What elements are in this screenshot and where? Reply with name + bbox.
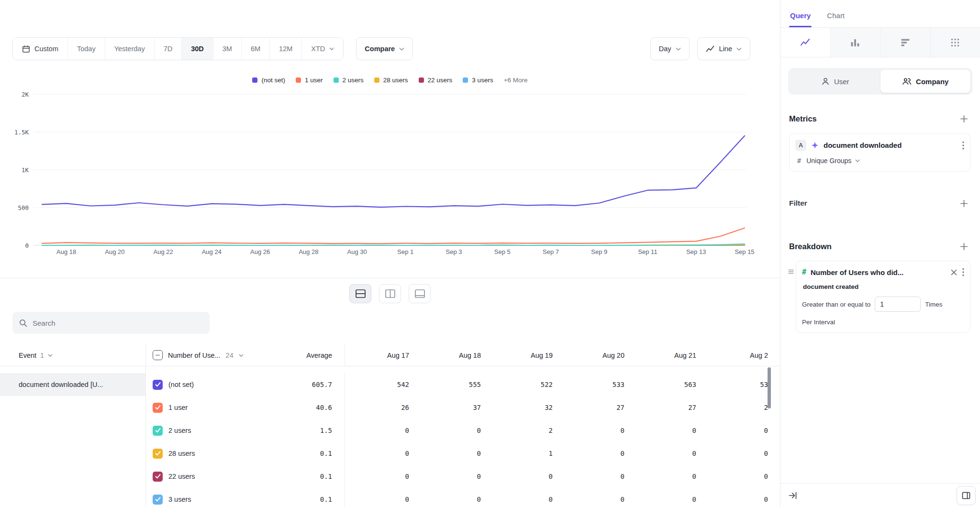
row-label: 3 users (168, 496, 191, 503)
legend-item[interactable]: 1 user (296, 77, 323, 84)
legend-item[interactable]: (not set) (252, 77, 285, 84)
layout-chart-focus-button[interactable] (409, 284, 431, 303)
collapse-panel-icon[interactable] (788, 491, 798, 500)
panel-tabs: Query Chart (780, 0, 980, 28)
range-12m-button[interactable]: 12M (270, 38, 302, 60)
cell-value: 522 (489, 381, 560, 388)
range-30d-button[interactable]: 30D (182, 38, 213, 60)
event-column-header[interactable]: Event 1 (0, 344, 145, 366)
metric-card[interactable]: A document downloaded # Unique Groups (789, 133, 970, 172)
entity-company-segment[interactable]: Company (880, 70, 971, 93)
metric-kebab-menu-icon[interactable] (962, 141, 964, 150)
entity-toggle: User Company (788, 68, 972, 95)
chevron-down-icon (329, 47, 334, 50)
legend-item[interactable]: 28 users (374, 77, 408, 84)
cell-value: 0 (345, 427, 417, 434)
row-checkbox[interactable] (153, 380, 163, 390)
range-yesterday-button[interactable]: Yesterday (105, 38, 155, 60)
range-xtd-button[interactable]: XTD (302, 38, 343, 60)
granularity-button[interactable]: Day (650, 37, 690, 60)
date-column-header[interactable]: Aug 20 (560, 352, 632, 359)
event-count: 1 (40, 352, 44, 359)
entity-company-label: Company (916, 77, 948, 86)
cell-value: 0 (560, 496, 632, 503)
add-filter-button[interactable] (957, 197, 970, 210)
date-column-header[interactable]: Aug 18 (417, 352, 489, 359)
chart-type-funnel-tile[interactable] (880, 28, 931, 57)
chart-type-button[interactable]: Line (697, 37, 750, 60)
cell-value: 0 (632, 473, 704, 480)
svg-text:1.5K: 1.5K (14, 129, 29, 136)
cell-average: 0.1 (261, 442, 345, 465)
range-today-button[interactable]: Today (68, 38, 105, 60)
breakdown-operator[interactable]: Greater than or equal to (802, 301, 870, 308)
cell-average: 605.7 (261, 373, 345, 396)
date-column-header[interactable]: Aug 17 (345, 352, 417, 359)
table-row[interactable]: 3 users0.1000000 (146, 488, 780, 507)
bar-chart-icon (849, 37, 861, 48)
chart-type-bar-tile[interactable] (831, 28, 881, 57)
close-icon[interactable] (950, 268, 958, 276)
entity-user-segment[interactable]: User (790, 70, 880, 93)
svg-text:Sep 7: Sep 7 (543, 248, 559, 255)
legend-swatch (463, 77, 468, 83)
row-checkbox[interactable] (153, 403, 163, 413)
range-7d-button[interactable]: 7D (155, 38, 182, 60)
add-metric-button[interactable] (957, 112, 970, 125)
date-column-header[interactable]: Aug 21 (632, 352, 704, 359)
breakdown-value-input[interactable] (875, 297, 921, 312)
table-row[interactable]: (not set)605.754255552253356353 (146, 373, 780, 396)
range-custom-button[interactable]: Custom (13, 38, 68, 60)
layout-split-horizontal-button[interactable] (349, 284, 371, 303)
chart-type-more-tile[interactable] (931, 28, 980, 57)
cell-value: 0 (560, 427, 632, 434)
row-checkbox[interactable] (153, 449, 163, 459)
breakdown-per-interval[interactable]: Per Interval (802, 319, 964, 326)
toggle-sidebar-icon[interactable] (957, 486, 976, 505)
tab-chart[interactable]: Chart (827, 11, 845, 27)
breakdown-section-title: Breakdown (789, 242, 957, 251)
filter-section-title: Filter (789, 199, 957, 208)
search-bar[interactable] (12, 312, 210, 334)
date-column-header[interactable]: Aug 19 (489, 352, 560, 359)
event-row[interactable]: document downloaded [U... (0, 373, 145, 396)
cell-value: 0 (489, 496, 560, 503)
chevron-down-icon (736, 47, 742, 51)
range-6m-button[interactable]: 6M (242, 38, 270, 60)
metrics-section-title: Metrics (789, 114, 957, 123)
breakdown-card[interactable]: # Number of Users who did... document cr… (796, 261, 970, 333)
legend-item[interactable]: 22 users (419, 77, 453, 84)
breakdown-kebab-menu-icon[interactable] (962, 268, 964, 276)
drag-handle-icon[interactable] (788, 269, 794, 274)
table-row[interactable]: 28 users0.1001000 (146, 442, 780, 465)
compare-button[interactable]: Compare (356, 37, 413, 60)
legend-item[interactable]: 3 users (463, 77, 493, 84)
svg-text:Aug 24: Aug 24 (202, 248, 222, 255)
row-checkbox[interactable] (153, 472, 163, 482)
svg-text:2K: 2K (22, 91, 29, 98)
table-row[interactable]: 22 users0.1000000 (146, 465, 780, 488)
line-chart[interactable]: 05001K1.5K2KAug 18Aug 20Aug 22Aug 24Aug … (0, 87, 780, 257)
chart-type-line-tile[interactable] (780, 28, 831, 57)
breakdown-column-header[interactable]: Number of Use... 24 (146, 344, 261, 366)
table-row[interactable]: 2 users1.5002000 (146, 419, 780, 442)
date-column-header[interactable]: Aug 2 (704, 352, 776, 359)
search-input[interactable] (33, 319, 203, 327)
breakdown-event-name[interactable]: document created (802, 283, 964, 290)
svg-text:Sep 11: Sep 11 (638, 248, 657, 255)
aggregation-selector[interactable]: Unique Groups (806, 157, 860, 165)
row-checkbox[interactable] (153, 426, 163, 436)
chevron-down-icon (399, 47, 404, 51)
range-3m-button[interactable]: 3M (213, 38, 242, 60)
layout-split-vertical-button[interactable] (379, 284, 401, 303)
average-column-header[interactable]: Average (261, 344, 345, 366)
row-checkbox[interactable] (153, 495, 163, 505)
legend-item[interactable]: 2 users (334, 77, 364, 84)
table-scrollbar[interactable] (768, 367, 771, 408)
select-all-checkbox[interactable] (153, 350, 163, 360)
legend-more[interactable]: +6 More (504, 77, 528, 84)
tab-query[interactable]: Query (790, 11, 811, 27)
cell-value: 0 (345, 473, 417, 480)
add-breakdown-button[interactable] (957, 240, 970, 253)
table-row[interactable]: 1 user40.626373227272 (146, 396, 780, 419)
